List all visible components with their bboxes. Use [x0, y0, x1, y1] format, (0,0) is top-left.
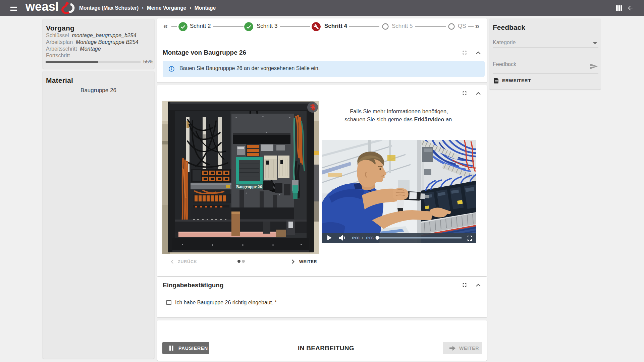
svg-text:Baugruppe 26: Baugruppe 26	[236, 184, 262, 189]
svg-text:0:00: 0:00	[352, 236, 359, 240]
svg-text:0:06: 0:06	[366, 236, 373, 240]
